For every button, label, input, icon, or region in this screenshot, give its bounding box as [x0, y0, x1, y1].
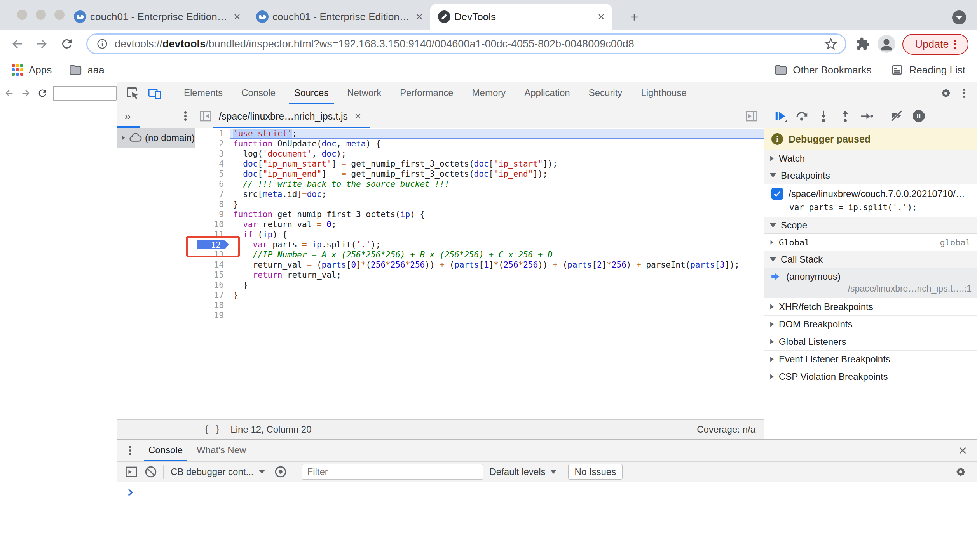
- code-line[interactable]: 11 if (ip) {: [195, 230, 764, 240]
- resume-script-icon[interactable]: [773, 109, 787, 123]
- live-expression-eye-icon[interactable]: [274, 465, 288, 479]
- section-breakpoints[interactable]: Breakpoints: [764, 167, 977, 184]
- code-line[interactable]: 16 }: [195, 280, 764, 290]
- panel-tab-performance[interactable]: Performance: [391, 82, 462, 104]
- line-number[interactable]: 19: [195, 310, 230, 320]
- console-filter-input[interactable]: [302, 464, 483, 480]
- panel-tab-lighthouse[interactable]: Lighthouse: [632, 82, 696, 104]
- reload-button[interactable]: [60, 37, 74, 51]
- code-line[interactable]: 5 doc["ip_num_end"] = get_numip_first_3_…: [195, 169, 764, 179]
- step-over-icon[interactable]: [795, 109, 809, 123]
- code-line[interactable]: 19: [195, 310, 764, 320]
- code-line[interactable]: 12 var parts = ip.split('.');: [195, 240, 764, 250]
- code-line[interactable]: 1'use strict';: [195, 129, 764, 139]
- section-scope[interactable]: Scope: [764, 217, 977, 234]
- disclosure-triangle-icon[interactable]: [770, 156, 774, 161]
- reading-list[interactable]: Reading List: [890, 63, 965, 77]
- bookmark-star-icon[interactable]: [824, 37, 837, 50]
- console-settings-gear-icon[interactable]: [954, 465, 968, 479]
- scope-global-row[interactable]: Global global: [764, 234, 977, 251]
- code-line[interactable]: 3 log('document', doc);: [195, 149, 764, 159]
- page-back-button[interactable]: [4, 87, 14, 99]
- deactivate-breakpoints-icon[interactable]: [890, 109, 904, 123]
- disclosure-triangle-icon[interactable]: [770, 223, 776, 228]
- drawer-tab-what-s-new[interactable]: What's New: [190, 440, 253, 461]
- disclosure-triangle-icon[interactable]: [770, 304, 774, 310]
- line-number[interactable]: 5: [195, 169, 230, 179]
- settings-gear-icon[interactable]: [939, 86, 953, 100]
- step-icon[interactable]: [860, 109, 874, 123]
- code-line[interactable]: 10 var return_val = 0;: [195, 219, 764, 230]
- console-output[interactable]: [117, 482, 977, 560]
- panel-tab-memory[interactable]: Memory: [463, 82, 515, 104]
- tab-close-button[interactable]: [232, 11, 243, 22]
- breakpoint-marker[interactable]: 12: [195, 240, 230, 250]
- line-number[interactable]: 15: [195, 270, 230, 280]
- section-global-listeners[interactable]: Global Listeners: [764, 333, 977, 350]
- panel-tab-console[interactable]: Console: [232, 82, 285, 104]
- log-levels-dropdown[interactable]: Default levels: [489, 466, 556, 477]
- toggle-debugger-sidebar-icon[interactable]: [745, 109, 759, 123]
- pause-on-exceptions-icon[interactable]: [912, 109, 926, 123]
- code-line[interactable]: 9function get_numip_first_3_octets(ip) {: [195, 209, 764, 219]
- panel-tab-security[interactable]: Security: [579, 82, 632, 104]
- line-number[interactable]: 9: [195, 209, 230, 219]
- call-stack-frame[interactable]: (anonymous) /space/linuxbre…rich_ips.t….…: [764, 268, 977, 298]
- tab-close-button[interactable]: [414, 11, 425, 22]
- step-out-icon[interactable]: [838, 109, 852, 123]
- line-number[interactable]: 14: [195, 260, 230, 270]
- browser-tab[interactable]: DevTools: [430, 4, 612, 30]
- disclosure-triangle-icon[interactable]: [770, 374, 774, 379]
- page-reload-button[interactable]: [37, 87, 48, 99]
- panel-tab-sources[interactable]: Sources: [285, 82, 338, 104]
- line-number[interactable]: 16: [195, 280, 230, 290]
- line-number[interactable]: 6: [195, 179, 230, 189]
- code-line[interactable]: 14 return_val = (parts[0]*(256*256*256))…: [195, 260, 764, 270]
- navigator-menu-icon[interactable]: [184, 115, 187, 117]
- disclosure-triangle-icon[interactable]: [771, 240, 774, 244]
- page-address-input[interactable]: [53, 86, 117, 101]
- line-number[interactable]: 13: [195, 250, 230, 260]
- bookmark-apps[interactable]: Apps: [12, 64, 52, 76]
- browser-tab[interactable]: couch01 - Enterprise Edition 7.: [66, 4, 248, 30]
- forward-button[interactable]: [35, 37, 49, 51]
- section-csp-violation-breakpoints[interactable]: CSP Violation Breakpoints: [764, 368, 977, 385]
- disclosure-triangle-icon[interactable]: [770, 357, 774, 362]
- zoom-window-button[interactable]: [54, 10, 65, 20]
- code-line[interactable]: 13 //IP Number = A x (256*256*256) + B x…: [195, 250, 764, 260]
- panel-tab-application[interactable]: Application: [515, 82, 579, 104]
- disclosure-triangle-icon[interactable]: [122, 136, 125, 140]
- inspect-element-icon[interactable]: [126, 86, 140, 100]
- disclosure-triangle-icon[interactable]: [770, 257, 776, 262]
- disclosure-triangle-icon[interactable]: [770, 173, 776, 177]
- code-editor-area[interactable]: 1'use strict';2function OnUpdate(doc, me…: [195, 129, 764, 442]
- navigator-item-no-domain[interactable]: (no domain): [117, 128, 195, 148]
- close-window-button[interactable]: [17, 10, 27, 20]
- chrome-update-button[interactable]: Update: [902, 34, 968, 55]
- page-info-icon[interactable]: [96, 38, 108, 50]
- code-line[interactable]: 4 doc["ip_num_start"] = get_numip_first_…: [195, 159, 764, 169]
- line-number[interactable]: 11: [195, 230, 230, 240]
- breakpoint-tag[interactable]: 12: [197, 240, 225, 249]
- clear-console-icon[interactable]: [144, 465, 158, 479]
- devtools-menu-icon[interactable]: [963, 92, 965, 94]
- hide-navigator-icon[interactable]: [199, 109, 213, 123]
- bookmark-folder-aaa[interactable]: aaa: [69, 63, 104, 77]
- code-line[interactable]: 18: [195, 300, 764, 310]
- code-line[interactable]: 7 src[meta.id]=doc;: [195, 189, 764, 199]
- section-event-listener-breakpoints[interactable]: Event Listener Breakpoints: [764, 350, 977, 368]
- panel-tab-network[interactable]: Network: [338, 82, 391, 104]
- section-xhr-fetch-breakpoints[interactable]: XHR/fetch Breakpoints: [764, 298, 977, 315]
- tab-search-button[interactable]: [952, 10, 966, 24]
- other-bookmarks[interactable]: Other Bookmarks: [774, 63, 871, 77]
- profile-avatar[interactable]: [878, 35, 895, 53]
- line-number[interactable]: 2: [195, 139, 230, 149]
- code-line[interactable]: 8}: [195, 199, 764, 209]
- device-toolbar-icon[interactable]: [148, 86, 162, 100]
- browser-tab[interactable]: couch01 - Enterprise Edition 7.: [248, 4, 430, 30]
- line-number[interactable]: 1: [195, 129, 230, 139]
- step-into-icon[interactable]: [816, 109, 830, 123]
- page-forward-button[interactable]: [21, 87, 31, 99]
- disclosure-triangle-icon[interactable]: [770, 339, 774, 344]
- no-issues-button[interactable]: No Issues: [568, 464, 623, 480]
